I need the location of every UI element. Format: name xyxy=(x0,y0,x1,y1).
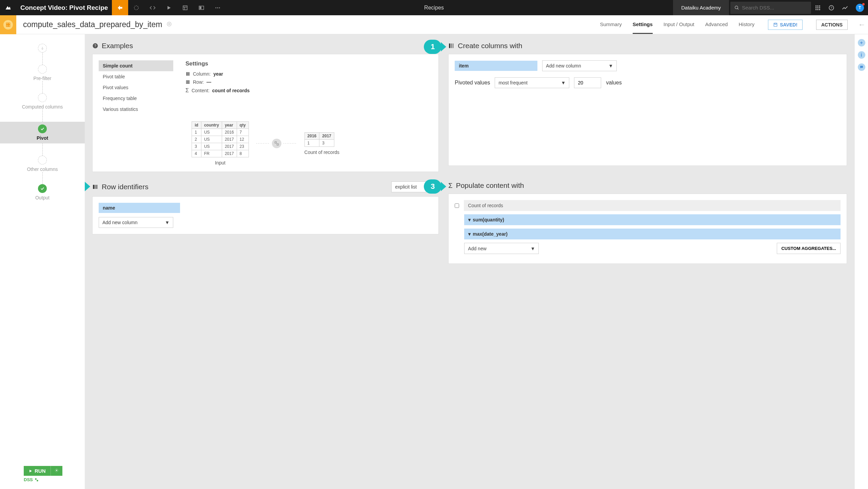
chevron-down-icon: ▼ xyxy=(608,63,613,69)
breadcrumb-recipes[interactable]: Recipes xyxy=(424,5,444,11)
pivoted-count-input[interactable] xyxy=(574,77,601,88)
play-icon[interactable] xyxy=(161,0,177,15)
svg-point-26 xyxy=(167,22,171,26)
example-pivot-table[interactable]: Pivot table xyxy=(99,71,173,82)
step-pre-filter[interactable]: Pre-filter xyxy=(34,65,52,81)
user-avatar[interactable]: T xyxy=(856,4,864,12)
svg-rect-37 xyxy=(189,72,189,76)
gear-icon xyxy=(54,468,59,473)
tab-advanced[interactable]: Advanced xyxy=(705,15,728,34)
callout-1: 1 xyxy=(424,40,441,54)
example-various-statistics[interactable]: Various statistics xyxy=(99,104,173,115)
recipe-header: compute_sales_data_prepared_by_item Summ… xyxy=(0,15,868,34)
column-icon xyxy=(185,72,190,76)
tab-settings[interactable]: Settings xyxy=(633,15,653,34)
recipe-tabs: Summary Settings Input / Output Advanced… xyxy=(600,15,856,34)
example-input-table: idcountryyearqty 1US20167 2US201712 3US2… xyxy=(192,121,249,157)
tab-summary[interactable]: Summary xyxy=(600,15,622,34)
agg-sum-quantity[interactable]: ▾sum(quantity) xyxy=(464,214,841,225)
svg-rect-14 xyxy=(815,7,816,8)
callout-3: 3 xyxy=(424,179,441,194)
rail-chat-icon[interactable] xyxy=(858,63,865,71)
svg-point-7 xyxy=(217,7,218,8)
rail-add-icon[interactable]: + xyxy=(858,39,865,46)
svg-rect-19 xyxy=(819,9,820,10)
row-icon xyxy=(185,80,190,84)
svg-rect-48 xyxy=(93,185,95,189)
top-bar: Concept Video: Pivot Recipe Recipes Data… xyxy=(0,0,868,15)
activity-icon[interactable] xyxy=(838,4,852,11)
code-icon[interactable] xyxy=(144,0,161,15)
examples-menu: Simple count Pivot table Pivot values Fr… xyxy=(99,60,173,115)
circle-icon[interactable] xyxy=(128,0,144,15)
step-output[interactable]: Output xyxy=(35,184,50,200)
create-columns-title: Create columns with xyxy=(448,42,847,50)
play-icon xyxy=(28,469,33,473)
custom-aggregates-button[interactable]: CUSTOM AGGREGATES... xyxy=(777,243,841,254)
step-computed-columns[interactable]: Computed columns xyxy=(22,93,63,110)
actions-button[interactable]: ACTIONS xyxy=(816,20,848,30)
saved-button[interactable]: SAVED! xyxy=(768,20,803,30)
engine-label[interactable]: DSS xyxy=(24,477,62,482)
run-settings-button[interactable] xyxy=(51,466,62,476)
target-icon[interactable] xyxy=(166,21,172,28)
flow-icon[interactable] xyxy=(112,0,128,15)
example-row-row: Row: — xyxy=(185,79,432,85)
academy-link[interactable]: Dataiku Academy xyxy=(673,0,729,15)
help-icon: ? xyxy=(92,43,98,49)
svg-rect-35 xyxy=(186,72,187,76)
search-input[interactable] xyxy=(742,5,807,11)
rowid-add-column-select[interactable]: Add new column▼ xyxy=(99,217,173,228)
global-search[interactable] xyxy=(730,2,811,14)
help-icon[interactable]: ? xyxy=(825,5,838,11)
create-columns-panel: item Add new column▼ Pivoted values most… xyxy=(448,54,847,166)
rowid-chip-name[interactable]: name xyxy=(99,203,180,213)
tab-input-output[interactable]: Input / Output xyxy=(664,15,694,34)
rail-info-icon[interactable]: i xyxy=(858,51,865,59)
add-column-select[interactable]: Add new column▼ xyxy=(542,60,617,71)
callout-2: 2 xyxy=(85,179,85,194)
agg-max-date-year[interactable]: ▾max(date_year) xyxy=(464,229,841,239)
svg-text:?: ? xyxy=(94,44,96,48)
svg-rect-39 xyxy=(186,82,190,82)
svg-point-30 xyxy=(56,470,57,471)
add-aggregate-select[interactable]: Add new▼ xyxy=(464,243,539,254)
input-caption: Input xyxy=(192,160,249,165)
step-other-columns[interactable]: Other columns xyxy=(27,156,58,172)
svg-rect-16 xyxy=(819,7,820,8)
example-frequency-table[interactable]: Frequency table xyxy=(99,93,173,104)
pivoted-suffix: values xyxy=(606,80,622,86)
more-icon[interactable] xyxy=(210,0,226,15)
populate-title: Σ Populate content with xyxy=(448,181,847,190)
svg-rect-1 xyxy=(183,6,187,10)
svg-rect-23 xyxy=(8,23,10,24)
column-chip-item[interactable]: item xyxy=(455,61,537,71)
apps-icon[interactable] xyxy=(811,5,825,11)
sigma-icon: Σ xyxy=(185,87,189,94)
svg-rect-45 xyxy=(449,43,451,48)
svg-point-8 xyxy=(219,7,220,8)
chevron-down-icon: ▼ xyxy=(530,246,535,251)
tab-history[interactable]: History xyxy=(738,15,754,34)
example-simple-count[interactable]: Simple count xyxy=(99,60,173,71)
pipeline-sidebar: Pre-filter Computed columns Pivot Other … xyxy=(0,34,85,489)
svg-point-0 xyxy=(134,6,138,10)
svg-rect-15 xyxy=(817,7,818,8)
logo-bird-icon[interactable] xyxy=(0,4,16,11)
page-title: Concept Video: Pivot Recipe xyxy=(16,4,112,12)
dashboard-icon[interactable] xyxy=(177,0,193,15)
pivoted-values-label: Pivoted values xyxy=(455,80,490,86)
count-records-chip[interactable]: Count of records xyxy=(464,200,841,211)
recipe-name: compute_sales_data_prepared_by_item xyxy=(23,20,162,29)
pivoted-mode-select[interactable]: most frequent▼ xyxy=(495,77,569,88)
step-pivot[interactable]: Pivot xyxy=(0,122,85,143)
svg-line-10 xyxy=(737,8,738,9)
column-icon xyxy=(448,43,454,49)
panel-icon[interactable] xyxy=(193,0,210,15)
step-input[interactable] xyxy=(38,44,47,53)
svg-rect-40 xyxy=(186,83,190,83)
run-button[interactable]: RUN xyxy=(24,466,51,476)
example-pivot-values[interactable]: Pivot values xyxy=(99,82,173,93)
count-records-checkbox[interactable] xyxy=(455,203,459,208)
collapse-icon[interactable]: ← xyxy=(856,20,868,29)
